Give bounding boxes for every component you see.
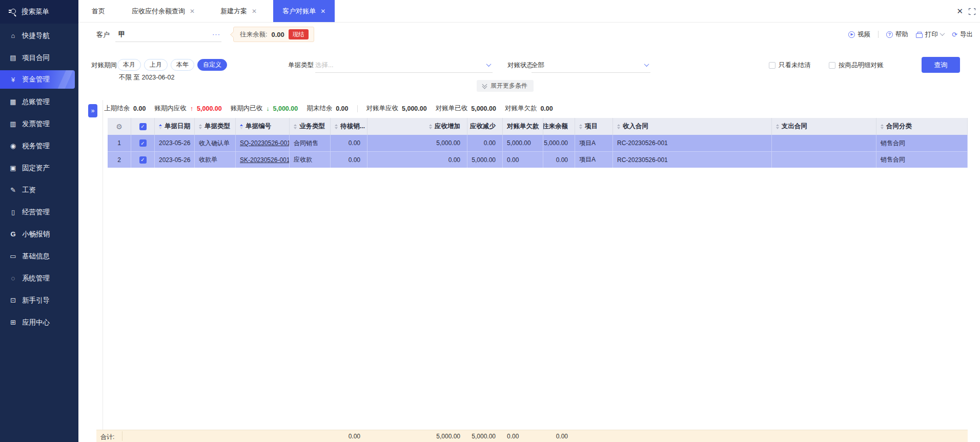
sidebar-item-business-management[interactable]: ▯经营管理 xyxy=(0,201,78,223)
col-balance[interactable]: 往来余额 xyxy=(543,118,575,135)
close-tab-icon[interactable]: ✕ xyxy=(320,8,325,15)
row-checkbox[interactable]: ✓ xyxy=(139,156,147,164)
sort-icon[interactable] xyxy=(199,124,202,129)
sort-icon[interactable] xyxy=(294,124,297,129)
invoice-icon: ▥ xyxy=(9,120,17,128)
table-row[interactable]: 2 ✓ 2023-05-26 收款单 SK-20230526-001 应收款 0… xyxy=(108,151,968,168)
sidebar-item-system[interactable]: ◌系统管理 xyxy=(0,267,78,289)
contract-icon: ▤ xyxy=(9,54,17,62)
sidebar-item-tax[interactable]: ◉税务管理 xyxy=(0,135,78,157)
print-button[interactable]: 打印 xyxy=(916,30,944,39)
divider xyxy=(103,100,103,442)
expand-panel-button[interactable]: » xyxy=(88,104,97,117)
doc-type-select[interactable]: 选择... xyxy=(315,58,493,73)
sort-icon[interactable] xyxy=(240,124,243,129)
col-doc-no[interactable]: 单据编号 xyxy=(236,118,290,135)
close-icon[interactable]: ✕ xyxy=(956,7,963,16)
unsettled-checkbox[interactable]: 只看未结清 xyxy=(769,61,811,70)
tab-new-plan[interactable]: 新建方案✕ xyxy=(211,0,266,22)
table-body: 1 ✓ 2023-05-26 收入确认单 SQ-20230526-001 合同销… xyxy=(108,135,968,168)
tax-icon: ◉ xyxy=(9,142,17,150)
sort-icon[interactable] xyxy=(617,124,620,129)
fullscreen-icon[interactable] xyxy=(969,8,975,15)
col-expense-contract[interactable]: 支出合同 xyxy=(772,118,876,135)
select-all-checkbox[interactable]: ✓ xyxy=(139,123,147,130)
table-row[interactable]: 1 ✓ 2023-05-26 收入确认单 SQ-20230526-001 合同销… xyxy=(108,135,968,151)
period-last-month[interactable]: 上月 xyxy=(144,59,168,71)
col-statement-debt[interactable]: 对账单欠款 xyxy=(503,118,543,135)
summary-received-in-period: 账期内已收↓5,000.00 xyxy=(231,104,298,113)
tab-balance-query[interactable]: 应收应付余额查询✕ xyxy=(122,0,204,22)
sort-icon[interactable] xyxy=(159,124,162,129)
status-select[interactable]: 全部 xyxy=(532,58,650,73)
sidebar-item-label: 快捷导航 xyxy=(22,31,50,41)
doc-no-link[interactable]: SK-20230526-001 xyxy=(240,156,290,164)
col-doc-date[interactable]: 单据日期 xyxy=(155,118,195,135)
period-this-month[interactable]: 本月 xyxy=(117,59,141,71)
customer-field[interactable]: 甲 ··· xyxy=(115,27,221,42)
customer-value: 甲 xyxy=(115,30,125,39)
more-options-icon[interactable]: ··· xyxy=(212,30,221,38)
sort-icon[interactable] xyxy=(776,124,779,129)
expand-more-button[interactable]: 展开更多条件 xyxy=(477,80,534,92)
sort-icon[interactable] xyxy=(579,124,582,129)
video-button[interactable]: ▶视频 xyxy=(848,30,870,39)
sidebar-item-label: 总账管理 xyxy=(22,97,50,107)
sidebar-item-general-ledger[interactable]: ▦总账管理 xyxy=(0,91,78,113)
col-biz-type[interactable]: 业务类型 xyxy=(290,118,331,135)
subheader: 客户 甲 ··· 往来余额: 0.00 现结 ▶视频 ?帮助 打印 ⟳导出 xyxy=(78,23,980,46)
sort-icon[interactable] xyxy=(881,124,884,129)
sidebar-item-expense[interactable]: G小畅报销 xyxy=(0,223,78,245)
period-this-year[interactable]: 本年 xyxy=(171,59,194,71)
sidebar-item-label: 新手引导 xyxy=(22,296,50,305)
help-button[interactable]: ?帮助 xyxy=(886,30,908,39)
sort-icon[interactable] xyxy=(429,124,432,129)
cell-balance: 0.00 xyxy=(543,152,575,168)
sidebar-item-base-info[interactable]: ▭基础信息 xyxy=(0,245,78,267)
total-ar-decrease: 5,000.00 xyxy=(472,433,496,440)
by-product-checkbox[interactable]: 按商品明细对账 xyxy=(829,61,884,70)
period-custom[interactable]: 自定义 xyxy=(197,59,227,71)
sidebar-search[interactable]: 搜索菜单 xyxy=(0,0,78,24)
col-doc-type[interactable]: 单据类型 xyxy=(195,118,236,135)
sidebar-item-app-center[interactable]: ⊞应用中心 xyxy=(0,311,78,333)
cell-biz-type: 应收款 xyxy=(290,152,331,168)
cell-statement-debt: 5,000.00 xyxy=(503,135,543,151)
sidebar-item-project-contract[interactable]: ▤项目合同 xyxy=(0,47,78,69)
query-button[interactable]: 查询 xyxy=(922,57,960,73)
export-icon: ⟳ xyxy=(952,31,957,38)
table-header-row: ⚙ ✓ 单据日期 单据类型 单据编号 业务类型 待核销... 应收增加 应收减少… xyxy=(108,118,968,135)
balance-value: 0.00 xyxy=(271,31,284,38)
summary-bar: 上期结余0.00 账期内应收↑5,000.00 账期内已收↓5,000.00 期… xyxy=(104,104,553,113)
cell-ar-increase: 5,000.00 xyxy=(368,135,467,151)
sidebar-item-salary[interactable]: ✎工资 xyxy=(0,179,78,201)
export-button[interactable]: ⟳导出 xyxy=(952,30,973,39)
close-tab-icon[interactable]: ✕ xyxy=(252,8,257,15)
col-pending[interactable]: 待核销... xyxy=(331,118,368,135)
sort-icon[interactable] xyxy=(335,124,338,129)
summary-statement-debt: 对账单欠款0.00 xyxy=(505,104,553,113)
row-checkbox[interactable]: ✓ xyxy=(139,139,147,147)
money-bag-icon: ¥ xyxy=(9,76,17,84)
cell-expense-contract xyxy=(772,135,876,151)
doc-no-link[interactable]: SQ-20230526-001 xyxy=(240,139,290,147)
tab-customer-statement[interactable]: 客户对账单✕ xyxy=(273,0,335,22)
tab-label: 新建方案 xyxy=(220,7,247,16)
sidebar-item-funds-management[interactable]: ¥资金管理 xyxy=(0,70,75,89)
sidebar-item-fixed-assets[interactable]: ▣固定资产 xyxy=(0,157,78,179)
total-label: 合计: xyxy=(100,433,114,441)
col-ar-decrease[interactable]: 应收减少 xyxy=(467,118,503,135)
app-center-icon: ⊞ xyxy=(9,318,17,326)
tab-home[interactable]: 首页 xyxy=(83,0,114,22)
sidebar-item-guide[interactable]: ⊡新手引导 xyxy=(0,289,78,311)
col-project[interactable]: 项目 xyxy=(575,118,613,135)
col-ar-increase[interactable]: 应收增加 xyxy=(368,118,467,135)
sidebar-item-label: 经营管理 xyxy=(22,208,50,217)
col-contract-category[interactable]: 合同分类 xyxy=(876,118,968,135)
gear-icon[interactable]: ⚙ xyxy=(116,123,122,131)
col-income-contract[interactable]: 收入合同 xyxy=(613,118,772,135)
sidebar-item-invoice[interactable]: ▥发票管理 xyxy=(0,113,78,135)
close-tab-icon[interactable]: ✕ xyxy=(190,8,195,15)
sidebar-item-quick-nav[interactable]: ⌂快捷导航 xyxy=(0,25,78,47)
doc-type-placeholder: 选择... xyxy=(315,61,333,70)
